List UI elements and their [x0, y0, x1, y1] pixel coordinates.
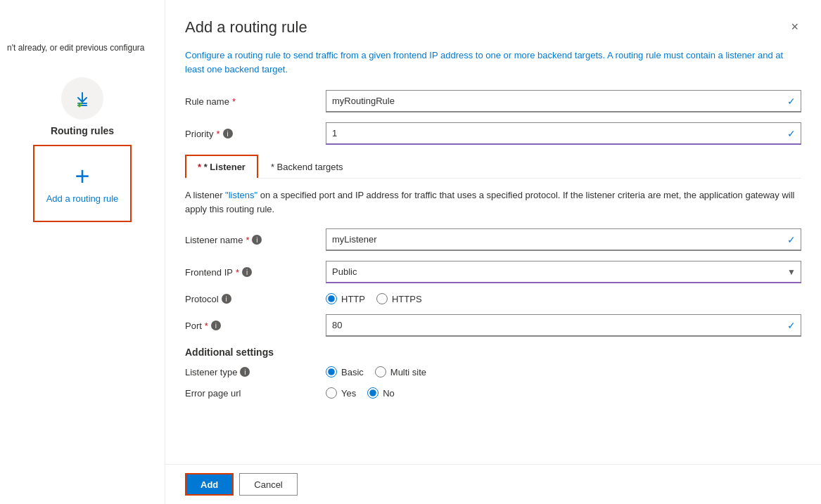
priority-row: Priority * i ✓ [185, 122, 801, 145]
port-input-wrapper: ✓ [326, 314, 801, 337]
listener-name-input[interactable] [326, 228, 801, 251]
plus-icon: + [75, 164, 89, 189]
error-page-no-label: No [383, 388, 395, 399]
main-panel: Add a routing rule × Configure a routing… [165, 0, 821, 504]
rule-name-check-icon: ✓ [787, 96, 796, 107]
listener-type-basic-label: Basic [341, 367, 364, 377]
tab-listener[interactable]: * * Listener [185, 155, 258, 178]
error-page-row: Error page url Yes No [185, 387, 801, 399]
port-row: Port * i ✓ [185, 314, 801, 337]
listener-type-label: Listener type i [185, 367, 326, 377]
protocol-label: Protocol i [185, 294, 326, 304]
rule-name-row: Rule name * ✓ [185, 90, 801, 112]
listener-description: A listener "listens" on a specified port… [185, 188, 801, 216]
priority-input[interactable] [326, 122, 801, 145]
frontend-ip-select[interactable]: Public Private [326, 261, 801, 283]
dialog-header: Add a routing rule × [165, 0, 821, 49]
error-page-yes-radio[interactable] [326, 387, 337, 399]
protocol-https-radio[interactable] [376, 293, 388, 304]
rule-name-label: Rule name * [185, 96, 326, 107]
error-page-yes-option[interactable]: Yes [326, 387, 356, 399]
sidebar: n't already, or edit previous configura … [0, 0, 165, 504]
frontend-ip-info-icon[interactable]: i [242, 267, 252, 277]
frontend-ip-select-wrapper: Public Private ▼ [326, 261, 801, 283]
listener-type-basic-radio[interactable] [326, 366, 337, 377]
protocol-https-option[interactable]: HTTPS [376, 293, 422, 304]
error-page-label: Error page url [185, 388, 326, 399]
additional-settings-title: Additional settings [185, 347, 801, 358]
port-check-icon: ✓ [787, 320, 796, 331]
dialog-title: Add a routing rule [185, 18, 307, 37]
frontend-ip-label: Frontend IP * i [185, 267, 326, 278]
protocol-info-icon[interactable]: i [222, 294, 231, 304]
listener-type-row: Listener type i Basic Multi site [185, 366, 801, 377]
listener-type-info-icon[interactable]: i [240, 367, 250, 377]
routing-icon [61, 77, 103, 119]
listener-type-basic-option[interactable]: Basic [326, 366, 364, 377]
priority-info-icon[interactable]: i [223, 129, 233, 138]
dialog-body: Configure a routing rule to send traffic… [165, 49, 821, 464]
error-page-no-option[interactable]: No [367, 387, 395, 399]
close-button[interactable]: × [788, 17, 801, 37]
listener-name-row: Listener name * i ✓ [185, 228, 801, 251]
sidebar-bg-text: n't already, or edit previous configura [0, 42, 165, 54]
frontend-ip-row: Frontend IP * i Public Private ▼ [185, 261, 801, 283]
routing-rules-title: Routing rules [51, 125, 114, 136]
protocol-http-label: HTTP [341, 294, 365, 304]
frontend-ip-required: * [236, 267, 239, 278]
protocol-https-label: HTTPS [392, 294, 422, 304]
add-routing-card[interactable]: + Add a routing rule [33, 145, 132, 222]
listener-type-multi-option[interactable]: Multi site [375, 366, 426, 377]
dialog-footer: Add Cancel [165, 464, 821, 504]
tab-backend-targets[interactable]: * Backend targets [258, 155, 356, 178]
cancel-button[interactable]: Cancel [239, 473, 297, 496]
protocol-row: Protocol i HTTP HTTPS [185, 293, 801, 304]
priority-check-icon: ✓ [787, 128, 796, 139]
rule-name-required: * [232, 96, 236, 107]
rule-name-input-wrapper: ✓ [326, 90, 801, 112]
priority-label: Priority * i [185, 129, 326, 139]
rule-name-input[interactable] [326, 90, 801, 112]
listener-type-radio-group: Basic Multi site [326, 366, 426, 377]
error-page-radio-group: Yes No [326, 387, 395, 399]
listener-name-info-icon[interactable]: i [252, 235, 262, 245]
error-page-no-radio[interactable] [367, 387, 378, 399]
protocol-http-radio[interactable] [326, 293, 337, 304]
listener-name-required: * [246, 235, 249, 245]
protocol-radio-group: HTTP HTTPS [326, 293, 422, 304]
add-button[interactable]: Add [185, 473, 234, 496]
protocol-http-option[interactable]: HTTP [326, 293, 365, 304]
dialog-description: Configure a routing rule to send traffic… [185, 49, 801, 76]
tabs-row: * * Listener * Backend targets [185, 155, 801, 179]
listener-name-label: Listener name * i [185, 235, 326, 245]
listener-type-multi-label: Multi site [390, 367, 426, 377]
listener-type-multi-radio[interactable] [375, 366, 386, 377]
listener-name-check-icon: ✓ [787, 234, 796, 245]
error-page-yes-label: Yes [341, 388, 356, 399]
port-input[interactable] [326, 314, 801, 337]
port-info-icon[interactable]: i [211, 321, 221, 330]
port-required: * [205, 321, 208, 331]
listener-name-input-wrapper: ✓ [326, 228, 801, 251]
port-label: Port * i [185, 321, 326, 331]
priority-input-wrapper: ✓ [326, 122, 801, 145]
priority-required: * [216, 129, 219, 139]
add-routing-card-label: Add a routing rule [46, 193, 119, 204]
